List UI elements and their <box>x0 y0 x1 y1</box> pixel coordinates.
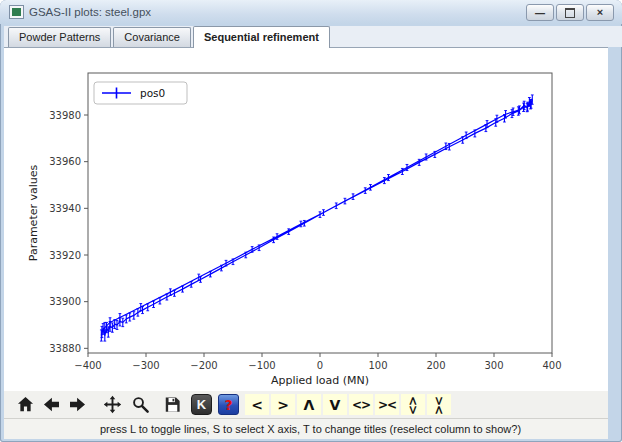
forward-icon <box>68 395 87 414</box>
gsas-plots-window: GSAS-II plots: steel.gpx — × Powder Patt… <box>0 0 622 442</box>
status-text: press L to toggle lines, S to select X a… <box>4 423 521 435</box>
shift-up-icon: Λ <box>304 398 315 412</box>
pan-button[interactable] <box>100 393 124 416</box>
back-icon <box>42 395 61 414</box>
expand-x-icon: <> <box>352 399 370 411</box>
shift-down-button[interactable]: V <box>323 394 347 415</box>
close-icon: × <box>597 7 603 18</box>
tab-powder-patterns[interactable]: Powder Patterns <box>8 27 111 47</box>
plot-canvas[interactable]: −400−300−200−100010020030040033880339003… <box>4 47 608 391</box>
plot-figure: −400−300−200−100010020030040033880339003… <box>4 48 608 391</box>
window-controls: — × <box>526 4 614 21</box>
home-button[interactable] <box>13 393 37 416</box>
expand-x-button[interactable]: <> <box>349 394 373 415</box>
help-button[interactable]: ? <box>218 394 239 415</box>
y-tick-label: 33960 <box>49 156 81 167</box>
legend[interactable]: pos0 <box>94 82 187 104</box>
zoom-icon <box>131 395 150 414</box>
y-tick-label: 33980 <box>49 110 81 121</box>
expand-y-button[interactable]: <> <box>401 394 425 415</box>
forward-button[interactable] <box>65 393 89 416</box>
minimize-button[interactable]: — <box>526 4 554 21</box>
key-press-button[interactable]: K <box>191 394 212 415</box>
home-icon <box>16 395 35 414</box>
minimize-icon: — <box>535 9 545 19</box>
x-tick-label: −100 <box>248 360 275 371</box>
tab-strip: Powder PatternsCovarianceSequential refi… <box>4 26 622 47</box>
x-tick-label: −200 <box>190 360 217 371</box>
pan-icon <box>103 395 122 414</box>
tab-covariance[interactable]: Covariance <box>113 27 191 47</box>
x-tick-label: −300 <box>132 360 159 371</box>
shift-right-button[interactable]: > <box>271 394 295 415</box>
compress-x-icon: >< <box>378 399 396 411</box>
maximize-button[interactable] <box>556 4 584 21</box>
compress-y-button[interactable]: >< <box>427 394 451 415</box>
close-button[interactable]: × <box>586 4 614 21</box>
y-tick-label: 33880 <box>49 343 81 354</box>
y-axis-label: Parameter values <box>27 164 40 261</box>
plot-toolbar: K?<>ΛV<>><<>>< <box>4 390 608 418</box>
x-axis-label: Applied load (MN) <box>271 374 369 387</box>
x-tick-label: 200 <box>426 360 445 371</box>
maximize-icon <box>565 8 575 18</box>
shift-right-icon: > <box>277 398 289 412</box>
help-icon: ? <box>224 397 232 413</box>
status-bar: press L to toggle lines, S to select X a… <box>4 418 608 439</box>
zoom-button[interactable] <box>128 393 152 416</box>
legend-label: pos0 <box>140 87 165 99</box>
expand-y-icon: <> <box>407 395 419 413</box>
app-icon <box>9 5 24 19</box>
x-tick-label: 0 <box>317 360 323 371</box>
x-tick-label: 400 <box>542 360 561 371</box>
compress-y-icon: >< <box>433 395 445 413</box>
compress-x-button[interactable]: >< <box>375 394 399 415</box>
y-tick-label: 33920 <box>49 250 81 261</box>
save-icon <box>163 395 182 414</box>
shift-left-button[interactable]: < <box>245 394 269 415</box>
tab-sequential-refinement[interactable]: Sequential refinement <box>193 26 330 48</box>
shift-up-button[interactable]: Λ <box>297 394 321 415</box>
x-tick-label: −400 <box>74 360 101 371</box>
shift-left-icon: < <box>251 398 263 412</box>
back-button[interactable] <box>39 393 63 416</box>
x-tick-label: 100 <box>368 360 387 371</box>
y-tick-label: 33900 <box>49 296 81 307</box>
y-tick-label: 33940 <box>49 203 81 214</box>
shift-down-icon: V <box>330 398 341 412</box>
x-tick-label: 300 <box>484 360 503 371</box>
titlebar[interactable]: GSAS-II plots: steel.gpx — × <box>0 0 622 24</box>
save-button[interactable] <box>160 393 184 416</box>
window-title: GSAS-II plots: steel.gpx <box>29 6 151 18</box>
key-press-icon: K <box>197 397 206 412</box>
